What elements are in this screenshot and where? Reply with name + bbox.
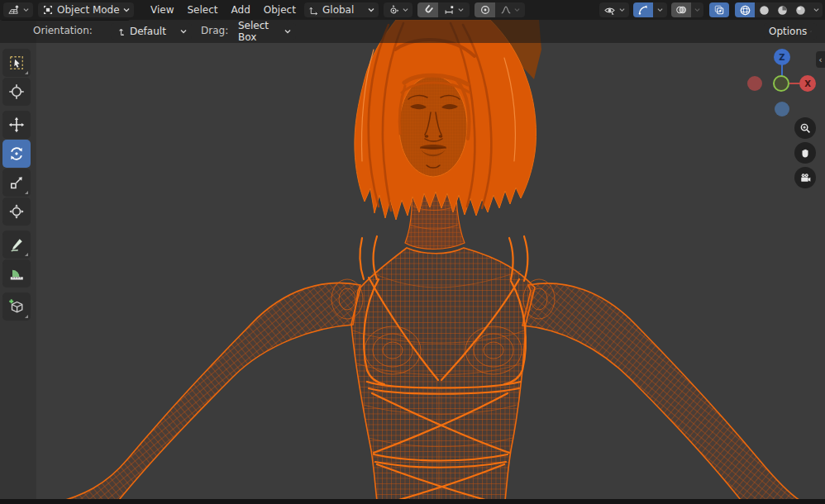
pan-button[interactable] bbox=[794, 142, 816, 164]
shading-wireframe-button[interactable] bbox=[735, 2, 755, 17]
visibility-icon bbox=[603, 5, 616, 16]
snap-toggle-button[interactable] bbox=[417, 2, 438, 17]
options-label: Options bbox=[769, 26, 807, 37]
statusbar-edge bbox=[0, 499, 825, 504]
orientation-value: Default bbox=[130, 26, 177, 37]
tool-rotate[interactable] bbox=[2, 140, 31, 168]
tool-transform[interactable] bbox=[2, 197, 31, 226]
proportional-editing-toggle[interactable] bbox=[474, 2, 495, 17]
transform-orientation-dropdown[interactable]: Global bbox=[304, 2, 379, 17]
object-visibility-dropdown[interactable] bbox=[599, 2, 629, 17]
tool-annotate[interactable] bbox=[2, 231, 31, 259]
mode-dropdown[interactable]: Object Mode bbox=[38, 2, 134, 17]
drag-dropdown[interactable]: Select Box bbox=[233, 23, 296, 40]
solid-shading-icon bbox=[758, 4, 770, 17]
scale-tool-icon bbox=[8, 174, 25, 191]
object-mode-icon bbox=[42, 4, 54, 16]
snap-target-dropdown[interactable] bbox=[438, 2, 470, 17]
orientation-label: Orientation: bbox=[33, 25, 93, 36]
shading-material-button[interactable] bbox=[773, 2, 791, 17]
tool-move[interactable] bbox=[2, 111, 31, 139]
gizmo-axis-z-neg[interactable] bbox=[775, 102, 789, 116]
shading-rendered-button[interactable] bbox=[791, 2, 809, 17]
wireframe-shading-icon bbox=[739, 4, 751, 17]
tool-select-box[interactable] bbox=[2, 49, 31, 77]
measure-tool-icon bbox=[8, 265, 25, 282]
shading-dropdown[interactable] bbox=[809, 2, 823, 17]
orientation-value: Global bbox=[322, 4, 365, 16]
falloff-dropdown[interactable] bbox=[495, 2, 525, 17]
axis-x-label: X bbox=[804, 79, 811, 88]
gizmo-axis-z[interactable]: Z bbox=[774, 49, 790, 65]
snap-target-icon bbox=[444, 4, 455, 16]
chevron-down-icon bbox=[458, 7, 464, 12]
viewport-canvas[interactable] bbox=[0, 0, 825, 504]
zoom-button[interactable] bbox=[794, 117, 816, 139]
chevron-down-icon bbox=[619, 7, 625, 12]
tool-scale[interactable] bbox=[2, 169, 31, 197]
move-tool-icon bbox=[8, 116, 25, 133]
gizmo-z-line bbox=[781, 64, 783, 76]
menu-select[interactable]: Select bbox=[180, 0, 224, 20]
chevron-down-icon bbox=[657, 7, 663, 12]
select-box-icon bbox=[8, 55, 25, 71]
add-cube-icon bbox=[8, 298, 25, 315]
shading-solid-button[interactable] bbox=[755, 2, 773, 17]
chevron-down-icon bbox=[403, 7, 408, 12]
snap-magnet-icon bbox=[422, 4, 434, 16]
orientation-global-icon bbox=[308, 5, 319, 16]
annotate-pencil-icon bbox=[8, 236, 25, 253]
menu-view[interactable]: View bbox=[144, 0, 180, 20]
orientation-dropdown[interactable]: Default bbox=[111, 23, 192, 40]
menu-object[interactable]: Object bbox=[257, 0, 303, 20]
rendered-shading-icon bbox=[794, 4, 807, 17]
xray-toggle-icon bbox=[713, 4, 725, 16]
show-gizmo-toggle[interactable] bbox=[633, 2, 653, 17]
chevron-down-icon bbox=[694, 7, 700, 12]
gizmo-dropdown[interactable] bbox=[653, 2, 667, 17]
chevron-down-icon bbox=[810, 29, 812, 34]
gizmo-axis-y[interactable] bbox=[773, 75, 789, 92]
gizmo-axis-x[interactable]: X bbox=[799, 75, 816, 92]
drag-value: Select Box bbox=[238, 20, 281, 43]
tool-cursor[interactable] bbox=[2, 78, 31, 106]
orientation-default-icon bbox=[116, 26, 126, 37]
proportional-editing-icon bbox=[479, 4, 491, 16]
overlays-dropdown[interactable] bbox=[691, 2, 703, 17]
pivot-point-dropdown[interactable] bbox=[384, 2, 412, 17]
drag-label: Drag: bbox=[201, 25, 228, 36]
gizmo-axis-x-neg[interactable] bbox=[747, 76, 762, 91]
viewport-header: Object Mode View Select Add Object Globa… bbox=[0, 0, 825, 20]
tool-settings-bar: Orientation: Default Drag: Select Box Op… bbox=[0, 20, 825, 43]
transform-tool-icon bbox=[8, 203, 25, 220]
editor-type-icon bbox=[7, 4, 20, 17]
axis-z-label: Z bbox=[779, 53, 784, 62]
show-overlays-toggle[interactable] bbox=[671, 2, 691, 17]
chevron-down-icon bbox=[368, 7, 374, 12]
sidebar-toggle[interactable]: ‹ bbox=[816, 51, 825, 68]
falloff-curve-icon bbox=[500, 4, 512, 16]
xray-toggle[interactable] bbox=[709, 2, 729, 17]
mode-label: Object Mode bbox=[57, 4, 120, 16]
zoom-icon bbox=[799, 122, 812, 135]
chevron-down-icon bbox=[23, 7, 29, 12]
chevron-down-icon bbox=[123, 7, 130, 12]
pan-hand-icon bbox=[799, 147, 811, 159]
camera-view-icon bbox=[799, 172, 812, 184]
chevron-down-icon bbox=[284, 29, 291, 34]
options-button[interactable]: Options bbox=[764, 23, 817, 40]
camera-view-button[interactable] bbox=[794, 167, 816, 188]
chevron-down-icon bbox=[813, 7, 819, 12]
overlays-icon bbox=[675, 4, 687, 16]
pivot-point-icon bbox=[388, 4, 399, 16]
chevron-down-icon bbox=[180, 29, 187, 34]
editor-type-button[interactable] bbox=[3, 2, 33, 17]
gizmo-toggle-icon bbox=[637, 4, 649, 16]
tool-measure[interactable] bbox=[2, 259, 31, 288]
rotate-tool-icon bbox=[8, 145, 25, 162]
tool-add-cube[interactable] bbox=[2, 292, 31, 321]
chevron-down-icon bbox=[514, 7, 520, 12]
material-shading-icon bbox=[776, 4, 789, 17]
menu-add[interactable]: Add bbox=[225, 0, 257, 20]
cursor-tool-icon bbox=[8, 83, 25, 100]
